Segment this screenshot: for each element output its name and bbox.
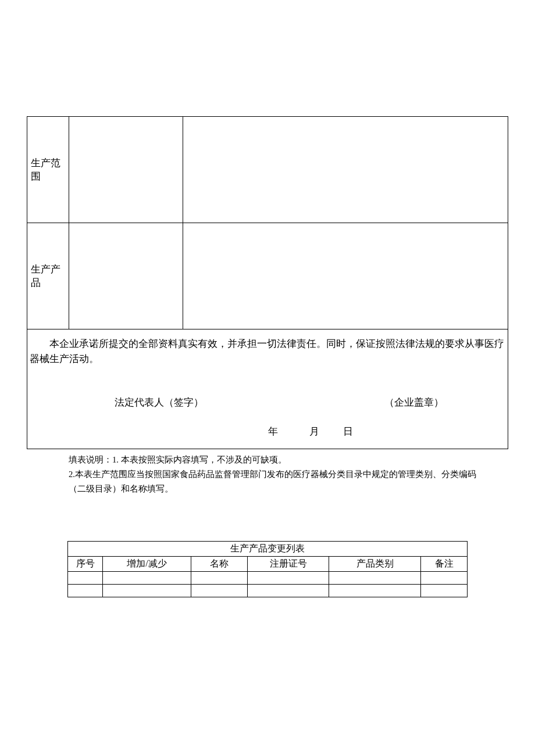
cell-seq[interactable]: [68, 572, 103, 585]
signature-line: 法定代表人（签字） （企业盖章）: [27, 395, 508, 410]
header-name: 名称: [191, 557, 247, 572]
cell-seq[interactable]: [68, 585, 103, 597]
cell-category[interactable]: [329, 585, 421, 597]
note-line-1: 填表说明：1. 本表按照实际内容填写，不涉及的可缺项。: [69, 453, 493, 467]
cell-change[interactable]: [103, 572, 191, 585]
production-scope-label: 生产范围: [27, 117, 69, 223]
change-list-title: 生产产品变更列表: [68, 542, 468, 557]
declaration-text: 本企业承诺所提交的全部资料真实有效，并承担一切法律责任。同时，保证按照法律法规的…: [27, 336, 508, 367]
date-day-label: 日: [343, 424, 353, 439]
change-list-container: 生产产品变更列表 序号 增加/减少 名称 注册证号 产品类别 备注: [27, 541, 508, 597]
table-row: [68, 585, 468, 597]
cell-remark[interactable]: [421, 585, 468, 597]
change-list-header-row: 序号 增加/减少 名称 注册证号 产品类别 备注: [68, 557, 468, 572]
header-remark: 备注: [421, 557, 468, 572]
cell-category[interactable]: [329, 572, 421, 585]
production-scope-cell-2[interactable]: [183, 117, 508, 223]
header-change: 增加/减少: [103, 557, 191, 572]
company-stamp-label: （企业盖章）: [384, 395, 444, 410]
cell-regno[interactable]: [247, 585, 329, 597]
production-product-cell-1[interactable]: [69, 223, 183, 329]
legal-rep-sign-label: 法定代表人（签字）: [115, 395, 204, 410]
declaration-cell: 本企业承诺所提交的全部资料真实有效，并承担一切法律责任。同时，保证按照法律法规的…: [27, 329, 508, 449]
production-scope-row: 生产范围: [27, 117, 508, 223]
main-form-table: 生产范围 生产产品 本企业承诺所提交的全部资料真实有效，并承担一切法律责任。同时…: [27, 116, 508, 449]
date-year-label: 年: [268, 424, 278, 439]
date-line: 年 月 日: [27, 424, 508, 443]
change-list-title-row: 生产产品变更列表: [68, 542, 468, 557]
production-product-label: 生产产品: [27, 223, 69, 329]
header-category: 产品类别: [329, 557, 421, 572]
production-product-row: 生产产品: [27, 223, 508, 329]
cell-regno[interactable]: [247, 572, 329, 585]
header-seq: 序号: [68, 557, 103, 572]
cell-remark[interactable]: [421, 572, 468, 585]
declaration-row: 本企业承诺所提交的全部资料真实有效，并承担一切法律责任。同时，保证按照法律法规的…: [27, 329, 508, 449]
cell-name[interactable]: [191, 585, 247, 597]
page-container: 生产范围 生产产品 本企业承诺所提交的全部资料真实有效，并承担一切法律责任。同时…: [0, 0, 535, 597]
header-regno: 注册证号: [247, 557, 329, 572]
note-line-2: 2.本表生产范围应当按照国家食品药品监督管理部门发布的医疗器械分类目录中规定的管…: [69, 467, 493, 496]
cell-change[interactable]: [103, 585, 191, 597]
production-product-cell-2[interactable]: [183, 223, 508, 329]
date-month-label: 月: [309, 424, 319, 439]
cell-name[interactable]: [191, 572, 247, 585]
form-notes: 填表说明：1. 本表按照实际内容填写，不涉及的可缺项。 2.本表生产范围应当按照…: [27, 453, 508, 496]
change-list-table: 生产产品变更列表 序号 增加/减少 名称 注册证号 产品类别 备注: [67, 541, 468, 597]
table-row: [68, 572, 468, 585]
production-scope-cell-1[interactable]: [69, 117, 183, 223]
